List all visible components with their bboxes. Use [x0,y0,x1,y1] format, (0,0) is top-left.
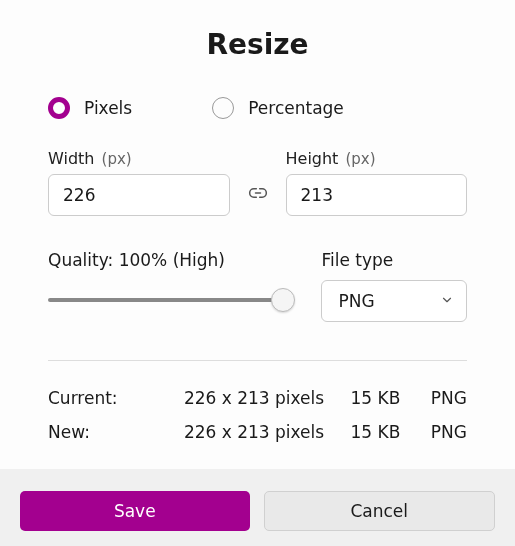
radio-percentage[interactable]: Percentage [212,97,344,119]
height-label: Height [286,149,339,168]
dialog-title: Resize [48,28,467,61]
radio-pixels-label: Pixels [84,98,132,118]
quality-label: Quality: 100% (High) [48,250,295,270]
new-label: New: [48,415,172,449]
chevron-down-icon [440,291,454,311]
width-label: Width [48,149,94,168]
link-aspect-icon[interactable] [244,172,272,214]
current-label: Current: [48,381,172,415]
resize-mode-group: Pixels Percentage [48,97,467,119]
height-value: 213 [301,185,333,205]
slider-track [48,298,279,302]
width-value: 226 [63,185,95,205]
width-input[interactable]: 226 [48,174,230,216]
radio-icon [212,97,234,119]
save-button[interactable]: Save [20,491,250,531]
height-input[interactable]: 213 [286,174,468,216]
divider [48,360,467,361]
size-info: Current: 226 x 213 pixels 15 KB PNG New:… [48,381,467,449]
new-dims: 226 x 213 pixels [172,415,324,449]
new-fmt: PNG [400,415,467,449]
quality-slider[interactable] [48,288,295,312]
radio-icon [48,97,70,119]
new-size: 15 KB [324,415,400,449]
current-size: 15 KB [324,381,400,415]
height-field: Height (px) 213 [286,149,468,216]
new-row: New: 226 x 213 pixels 15 KB PNG [48,415,467,449]
dialog-footer: Save Cancel [0,469,515,546]
radio-pixels[interactable]: Pixels [48,97,132,119]
current-row: Current: 226 x 213 pixels 15 KB PNG [48,381,467,415]
current-dims: 226 x 213 pixels [172,381,324,415]
filetype-value: PNG [338,291,374,311]
width-field: Width (px) 226 [48,149,230,216]
radio-percentage-label: Percentage [248,98,344,118]
filetype-select[interactable]: PNG [321,280,467,322]
current-fmt: PNG [400,381,467,415]
filetype-label: File type [321,250,467,270]
height-unit: (px) [345,150,375,168]
width-unit: (px) [102,150,132,168]
cancel-button[interactable]: Cancel [264,491,496,531]
slider-thumb[interactable] [271,288,295,312]
